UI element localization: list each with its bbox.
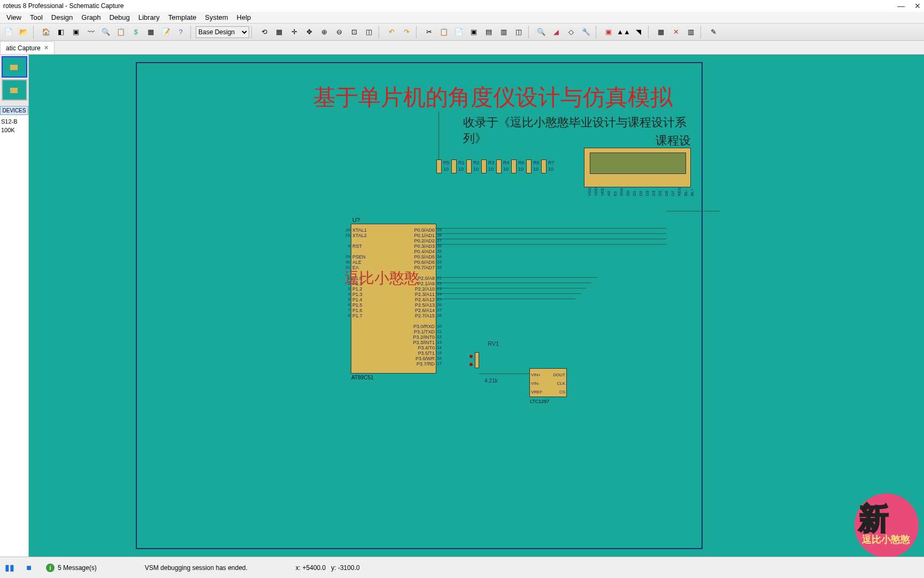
pause-button[interactable]: ▮▮ [2, 560, 18, 576]
device-item[interactable]: 100K [1, 126, 27, 134]
close-button[interactable]: ✕ [914, 2, 921, 10]
mirror-icon[interactable]: ▲▲ [617, 25, 630, 39]
cut-icon[interactable]: ✂ [422, 25, 436, 39]
menu-debug[interactable]: Debug [105, 13, 134, 21]
wire [436, 293, 581, 294]
resistor[interactable]: R810 [526, 159, 532, 173]
edit-icon[interactable]: ✎ [706, 25, 720, 39]
tab-label: atic Capture [6, 44, 41, 52]
resistor[interactable]: R210 [466, 159, 472, 173]
status-text: VSM debugging session has ended. [145, 564, 248, 572]
menu-help[interactable]: Help [233, 13, 256, 21]
menu-library[interactable]: Library [134, 13, 164, 21]
toolbar-icon[interactable]: 🔍 [534, 25, 548, 39]
home-icon[interactable]: 🏠 [39, 25, 53, 39]
menu-tool[interactable]: Tool [26, 13, 47, 21]
toolbar-icon[interactable]: ▥ [684, 25, 698, 39]
lcd-component[interactable] [584, 148, 691, 187]
wave-icon[interactable]: 〰 [84, 25, 98, 39]
message-count[interactable]: 5 Message(s) [58, 564, 97, 572]
toolbar-icon[interactable]: ▤ [482, 25, 496, 39]
doc-icon[interactable]: 📋 [114, 25, 128, 39]
chip-icon[interactable]: ▣ [69, 25, 83, 39]
zoom-region-icon[interactable]: ◫ [362, 25, 376, 39]
wire [436, 239, 666, 239]
menu-graph[interactable]: Graph [77, 13, 105, 21]
schematic-canvas[interactable]: 基于单片机的角度仪设计与仿真模拟 收录于《逗比小憨憨毕业设计与课程设计系列》 课… [29, 55, 924, 557]
component-ref: RV1 [488, 340, 499, 347]
zoom-fit-icon[interactable]: ⊡ [347, 25, 361, 39]
menu-view[interactable]: View [2, 13, 26, 21]
toolbar-icon[interactable]: ▦ [654, 25, 668, 39]
pin-numbers: 3938373635343332 2122232425262728 101112… [437, 227, 443, 367]
toolbar-icon[interactable]: 📝 [159, 25, 173, 39]
resistor[interactable]: R610 [511, 159, 517, 173]
stop-button[interactable]: ■ [21, 560, 37, 576]
toolbar-icon[interactable]: ⟲ [257, 25, 271, 39]
lcd-screen [590, 153, 686, 174]
toolbar-icon[interactable]: ◢ [549, 25, 563, 39]
delete-icon[interactable]: ✕ [669, 25, 683, 39]
menu-system[interactable]: System [201, 13, 232, 21]
sheet-border: 基于单片机的角度仪设计与仿真模拟 收录于《逗比小憨憨毕业设计与课程设计系列》 课… [136, 62, 703, 549]
design-variant-combo[interactable]: Base Design [196, 26, 249, 38]
potentiometer[interactable] [475, 352, 479, 368]
coord-y: -3100.0 [338, 564, 360, 572]
pin-labels: VIN+VIN-VREF [531, 371, 542, 397]
toolbar-icon[interactable]: ▦ [144, 25, 158, 39]
wrench-icon[interactable]: 🔧 [579, 25, 593, 39]
device-list[interactable]: S12-B 100K [0, 115, 28, 557]
resistor[interactable]: R310 [481, 159, 487, 173]
toolbar-icon[interactable]: 📄 [2, 25, 16, 39]
component-value: 4.21k [484, 378, 497, 384]
probe-icon[interactable] [469, 363, 473, 366]
overview-thumb[interactable] [2, 56, 27, 78]
resistor[interactable]: R710 [541, 159, 546, 173]
zoom-icon[interactable]: 🔍 [99, 25, 113, 39]
menu-design[interactable]: Design [47, 13, 77, 21]
menu-template[interactable]: Template [164, 13, 201, 21]
coord-y-label: y: [331, 564, 336, 572]
tab-close-icon[interactable]: ✕ [44, 44, 49, 51]
toolbar-icon[interactable]: ◥ [632, 25, 645, 39]
menubar: View Tool Design Graph Debug Library Tem… [0, 12, 924, 24]
undo-icon[interactable]: ↶ [384, 25, 398, 39]
copy-icon[interactable]: 📋 [437, 25, 451, 39]
toolbar-icon[interactable]: ◇ [564, 25, 578, 39]
coord-x-label: x: [296, 564, 301, 572]
wire [436, 228, 666, 229]
resistor[interactable]: R510 [436, 159, 442, 173]
zoom-in-icon[interactable]: ⊕ [317, 25, 331, 39]
toolbar-icon[interactable]: 📂 [17, 25, 30, 39]
tab-schematic[interactable]: atic Capture ✕ [0, 41, 55, 54]
mcu-component[interactable]: U? AT89C51 XTAL1XTAL2 RST PSENALEEA P1.0… [351, 224, 436, 374]
probe-icon[interactable] [469, 355, 473, 358]
minimize-button[interactable]: — [897, 2, 905, 10]
device-item[interactable]: S12-B [1, 117, 27, 126]
money-icon[interactable]: $ [129, 25, 143, 39]
wire [438, 111, 439, 159]
wire [479, 374, 529, 374]
toolbar-icon[interactable]: ▣ [467, 25, 481, 39]
toolbar-icon[interactable]: ▥ [497, 25, 511, 39]
overview-thumb[interactable] [2, 79, 27, 101]
help-icon[interactable]: ? [174, 25, 188, 39]
watermark-text: 逗比小憨憨 [344, 268, 419, 288]
tab-strip: atic Capture ✕ [0, 41, 924, 55]
resistor[interactable]: R110 [451, 159, 457, 173]
badge-subtext: 逗比小憨憨 [862, 533, 910, 546]
toolbar-icon[interactable]: ▣ [602, 25, 615, 39]
adc-component[interactable]: LTC1297 VIN+VIN-VREF DOUTCLKCS [529, 368, 567, 397]
zoom-out-icon[interactable]: ⊖ [332, 25, 346, 39]
move-icon[interactable]: ✥ [302, 25, 316, 39]
component-part: LTC1297 [530, 399, 549, 404]
paste-icon[interactable]: 📄 [452, 25, 466, 39]
sheet-title: 基于单片机的角度仪设计与仿真模拟 [313, 82, 673, 112]
grid-icon[interactable]: ▦ [272, 25, 286, 39]
status-bar: ▮▮ ■ i 5 Message(s) VSM debugging sessio… [0, 557, 924, 578]
redo-icon[interactable]: ↷ [399, 25, 413, 39]
toolbar-icon[interactable]: ◧ [54, 25, 68, 39]
resistor[interactable]: R410 [496, 159, 502, 173]
crosshair-icon[interactable]: ✛ [287, 25, 301, 39]
toolbar-icon[interactable]: ◫ [512, 25, 526, 39]
